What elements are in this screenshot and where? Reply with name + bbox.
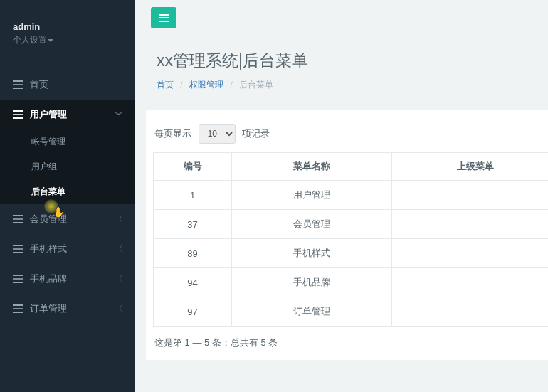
grid-icon — [13, 304, 23, 313]
cell-id: 89 — [154, 239, 232, 268]
breadcrumb-sep: / — [230, 80, 232, 90]
table-row[interactable]: 94手机品牌 — [154, 268, 549, 297]
breadcrumb-home[interactable]: 首页 — [157, 80, 174, 90]
grid-icon — [13, 245, 23, 253]
cell-parent — [392, 239, 549, 268]
sidebar-user-name: admin — [13, 21, 122, 32]
nav-label: 首页 — [30, 78, 48, 91]
cell-id: 94 — [154, 268, 232, 297]
sidebar-item-home[interactable]: 首页 — [0, 70, 135, 100]
grid-icon — [13, 275, 23, 283]
sidebar-user-settings-label: 个人设置 — [13, 35, 47, 45]
table-row[interactable]: 89手机样式 — [154, 239, 549, 268]
hamburger-icon — [159, 14, 169, 22]
chevron-left-icon: 〈 — [115, 274, 122, 284]
grid-icon — [13, 80, 23, 89]
nav-label: 会员管理 — [30, 213, 67, 226]
table-header-row: 编号 菜单名称 上级菜单 — [154, 153, 549, 181]
page-size-select[interactable]: 10 — [199, 124, 236, 144]
cell-id: 97 — [154, 297, 232, 327]
cell-parent — [392, 268, 549, 297]
sidebar-subitem-account[interactable]: 帐号管理 — [0, 129, 135, 154]
data-table: 编号 菜单名称 上级菜单 1用户管理37会员管理89手机样式94手机品牌97订单… — [153, 152, 548, 327]
page-header: xx管理系统|后台菜单 首页 / 权限管理 / 后台菜单 — [135, 36, 548, 104]
cell-parent — [392, 181, 549, 210]
breadcrumb: 首页 / 权限管理 / 后台菜单 — [157, 79, 527, 91]
sidebar-item-user-mgmt[interactable]: 用户管理 ﹀ — [0, 100, 135, 129]
cell-name: 会员管理 — [232, 210, 392, 239]
cell-id: 37 — [154, 210, 232, 239]
table-row[interactable]: 1用户管理 — [154, 181, 549, 210]
nav-label: 手机样式 — [30, 243, 67, 255]
grid-icon — [13, 215, 23, 223]
cell-name: 手机品牌 — [232, 268, 392, 297]
cell-parent — [392, 297, 549, 327]
caret-down-icon — [48, 39, 53, 42]
col-header-id[interactable]: 编号 — [154, 153, 232, 181]
sidebar-user-settings[interactable]: 个人设置 — [13, 34, 122, 46]
chevron-left-icon: 〈 — [115, 214, 122, 224]
nav-label: 手机品牌 — [30, 272, 67, 285]
cell-name: 订单管理 — [232, 297, 392, 327]
topbar — [135, 0, 548, 36]
nav-label: 订单管理 — [30, 302, 67, 315]
chevron-left-icon: 〈 — [115, 244, 122, 254]
cell-id: 1 — [154, 181, 232, 210]
sidebar: admin 个人设置 首页 用户管理 ﹀ 帐号管理 用户组 后台菜单 会员管理 … — [0, 0, 135, 392]
cell-name: 用户管理 — [232, 181, 392, 210]
table-length-control: 每页显示 10 项记录 — [153, 124, 548, 144]
grid-icon — [13, 110, 23, 119]
breadcrumb-sep: / — [180, 80, 182, 90]
sidebar-user-block: admin 个人设置 — [0, 0, 135, 57]
sidebar-subitem-usergroup[interactable]: 用户组 — [0, 154, 135, 179]
sidebar-item-member-mgmt[interactable]: 会员管理 〈 — [0, 204, 135, 234]
table-row[interactable]: 97订单管理 — [154, 297, 549, 327]
table-row[interactable]: 37会员管理 — [154, 210, 549, 239]
cell-parent — [392, 210, 549, 239]
chevron-down-icon: ﹀ — [115, 110, 122, 120]
nav-label: 用户管理 — [30, 108, 67, 121]
menu-toggle-button[interactable] — [151, 7, 176, 28]
sidebar-item-phone-brand[interactable]: 手机品牌 〈 — [0, 264, 135, 294]
length-prefix: 每页显示 — [154, 128, 191, 139]
breadcrumb-mid[interactable]: 权限管理 — [189, 80, 223, 90]
col-header-parent[interactable]: 上级菜单 — [392, 153, 549, 181]
table-info: 这是第 1 — 5 条；总共有 5 条 — [153, 337, 548, 349]
chevron-left-icon: 〈 — [115, 304, 122, 314]
main-content: xx管理系统|后台菜单 首页 / 权限管理 / 后台菜单 每页显示 10 项记录… — [135, 0, 548, 392]
sidebar-submenu: 帐号管理 用户组 后台菜单 — [0, 129, 135, 204]
length-suffix: 项记录 — [242, 128, 270, 139]
sidebar-item-phone-style[interactable]: 手机样式 〈 — [0, 234, 135, 264]
content-card: 每页显示 10 项记录 编号 菜单名称 上级菜单 1用户管理37会员管理89手机… — [146, 110, 548, 360]
sidebar-item-order-mgmt[interactable]: 订单管理 〈 — [0, 294, 135, 324]
sidebar-subitem-backend-menu[interactable]: 后台菜单 — [0, 179, 135, 204]
col-header-name[interactable]: 菜单名称 — [232, 153, 392, 181]
cell-name: 手机样式 — [232, 239, 392, 268]
breadcrumb-current: 后台菜单 — [239, 80, 273, 90]
page-title: xx管理系统|后台菜单 — [157, 50, 527, 72]
